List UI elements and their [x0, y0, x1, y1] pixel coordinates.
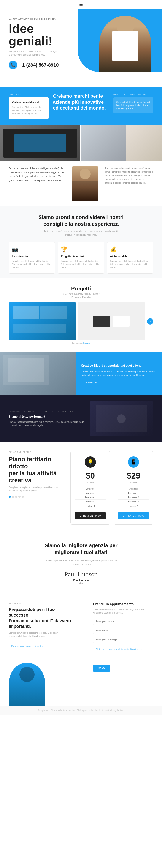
agency-section: Siamo la migliore agenzia per migliorare…	[0, 533, 162, 594]
bottom-text: Sample text. Click to select the text bo…	[9, 631, 61, 638]
service-cards: 📷 Investimento Sample text. Click to sel…	[9, 242, 153, 274]
signature-container: Paul Hudson Paul Hudson SEO	[9, 570, 153, 584]
dark-text-col: I MIGLIORI HANNO MOLTE COSE DI CUI VIENI…	[9, 410, 85, 428]
article-section: Anche le spennate di denaro intelligente…	[0, 125, 162, 206]
image-coffee	[126, 125, 162, 161]
seo-title: SEO	[9, 582, 153, 584]
bottom-left: PREPARANDOTI Preparandoti per il tuo suc…	[0, 595, 88, 706]
phone-number[interactable]: +1 (234) 567-8910	[20, 62, 59, 68]
article-text-section: Anche le spennate di denaro intelligente…	[0, 161, 162, 206]
image-row	[0, 125, 162, 161]
pricing-subtitle: Compleant in sapiente phasellus praesent…	[9, 486, 64, 492]
signature-graphic: Paul Hudson	[9, 570, 153, 578]
article-person-image	[72, 166, 98, 201]
dot-3[interactable]	[15, 496, 17, 498]
article-text-2: A serioca svolendo a potete impresso più…	[105, 166, 153, 185]
blue-right-card-text: Sample text. Click to select the text bo…	[117, 100, 150, 110]
blue-card-text: Sample text. Click to select the text bo…	[12, 106, 45, 115]
pricing-section: PIANO TARIFFARIO Piano tariffario ridott…	[0, 442, 162, 533]
share-title: Siamo pronti a condividere i nostri cons…	[36, 214, 126, 227]
blue-info-section: CHI SIAMO Creiamo marchi adori Sample te…	[0, 87, 162, 125]
split-image-left	[0, 352, 75, 395]
pricing-card-free: 💡 $0 Al mese 10 Items Funzione 1 Funzion…	[70, 451, 110, 525]
card-title-2: Progetto finanziario	[61, 255, 101, 258]
projects-title: Progetti	[9, 286, 153, 292]
image-desk	[81, 125, 126, 161]
bottom-section: PREPARANDOTI Preparandoti per il tuo suc…	[0, 594, 162, 706]
hero-subtitle: Sample text. Click to select the text bo…	[9, 50, 61, 56]
seo-name: Paul Hudson	[9, 579, 153, 582]
blue-right-col: Gioca a un gioco diverso Sample text. Cl…	[114, 93, 153, 113]
hero-person-image	[95, 9, 156, 72]
dot-2[interactable]	[12, 496, 14, 498]
project-image-2	[78, 303, 145, 340]
bottom-right: Prendi un appuntamento Collaboriamo con …	[88, 595, 162, 706]
pricing-icon-paid: 📱	[128, 457, 139, 468]
send-button[interactable]: SEND	[93, 665, 110, 672]
split-right-title: Creative Blog è supportato dai suoi clie…	[81, 364, 157, 368]
card-icon-3: 💰	[110, 247, 150, 252]
pricing-card-paid: 📱 $29 Al mese 10 Items Funzione 1 Funzio…	[114, 451, 153, 525]
pricing-text-col: PIANO TARIFFARIO Piano tariffario ridott…	[9, 451, 64, 498]
projects-carousel: ›	[9, 303, 153, 340]
plan-paid-button[interactable]: OTTIENI UN PIANO	[118, 513, 149, 519]
project-caption: Immagine di Freepik	[9, 342, 153, 344]
agency-title: Siamo la migliore agenzia per migliorare…	[40, 542, 122, 555]
pricing-icon-free: 💡	[85, 457, 96, 468]
edit-hint-text-2: Click again or double click to start edi…	[95, 648, 151, 651]
article-col-left: Anche le spennate di denaro intelligente…	[9, 166, 65, 183]
card-text-2: Sample text. Click to select the text bo…	[61, 259, 101, 269]
dot-4[interactable]	[19, 496, 21, 498]
pricing-cards-col: 💡 $0 Al mese 10 Items Funzione 1 Funzion…	[70, 451, 153, 525]
agency-text: La nostra piattaforma porta i tuoi clien…	[42, 559, 120, 566]
pricing-title: Piano tariffario ridotto per la tua atti…	[9, 456, 64, 484]
card-progetto: 🏆 Progetto finanziario Sample text. Clic…	[58, 242, 104, 274]
projects-quote: "Puoi fare qualsiasi cosa tu voglia."	[9, 292, 153, 295]
article-col-right: A serioca svolendo a potete impresso più…	[105, 166, 153, 185]
dark-image	[90, 401, 153, 436]
card-investimento: 📷 Investimento Sample text. Click to sel…	[9, 242, 55, 274]
pricing-price-paid: $29	[118, 471, 149, 480]
header: ☰	[0, 0, 162, 9]
share-section: Siamo pronti a condividere i nostri cons…	[0, 206, 162, 278]
hero-section: LA TUA ATTIVITÀ DI SUCCESSO INIZIA Idee …	[0, 9, 162, 87]
article-col-center	[71, 166, 99, 201]
edit-hint-box-2: Click again or double click to start edi…	[93, 645, 153, 662]
blue-main-title: Creiamo marchi per le aziende più innova…	[53, 93, 109, 111]
continua-button[interactable]: CONTINUA	[81, 379, 100, 385]
blue-right-card: Sample text. Click to select the text bo…	[114, 97, 153, 113]
split-text-right: Creative Blog è supportato dai suoi clie…	[75, 352, 162, 395]
dark-title: Siamo al tetto performant	[9, 414, 85, 419]
form-message-input[interactable]	[93, 636, 153, 643]
dot-1[interactable]	[9, 496, 11, 498]
edit-hint-box-1: Click again or double click to start	[9, 642, 56, 659]
edit-hint-text-1: Click again or double click to start	[11, 645, 54, 648]
dark-text: Siamo al tetto performant eons reque par…	[9, 421, 85, 427]
pricing-dots	[9, 496, 64, 498]
phone-icon-circle: 📞	[9, 61, 17, 69]
blue-card-title: Creiamo marchi adori	[12, 101, 45, 104]
dot-5[interactable]	[22, 496, 24, 498]
hero-phone: 📞 +1 (234) 567-8910	[9, 61, 78, 69]
form-email-input[interactable]	[93, 627, 153, 634]
hamburger-menu-icon[interactable]: ☰	[79, 2, 83, 7]
pricing-features-free: 10 Items Funzione 1 Funzione 2 Funzione …	[74, 487, 106, 508]
plan-free-button[interactable]: OTTIENI UN PIANO	[74, 513, 106, 519]
project-next-btn[interactable]: ›	[147, 318, 153, 325]
article-text-1: Anche le spennate di denaro intelligente…	[9, 166, 65, 183]
hero-content: LA TUA ATTIVITÀ DI SUCCESSO INIZIA Idee …	[9, 18, 78, 69]
pricing-price-free: $0	[74, 471, 106, 480]
projects-author: Benjamin Franklin	[9, 296, 153, 299]
chi-siamo-label: CHI SIAMO	[9, 93, 48, 95]
bottom-person-image	[9, 662, 45, 706]
projects-section: Progetti "Puoi fare qualsiasi cosa tu vo…	[0, 278, 162, 352]
project-image-1	[9, 303, 76, 340]
pricing-period-paid: Al mese	[118, 481, 149, 484]
blue-left-card: Creiamo marchi adori Sample text. Click …	[9, 97, 48, 119]
card-text-1: Sample text. Click to select the text bo…	[12, 259, 52, 269]
form-name-input[interactable]	[93, 618, 153, 625]
share-subtitle: Tutto ciò che può essere necessario per …	[40, 229, 122, 237]
card-title-1: Investimento	[12, 255, 52, 258]
blue-right-label: Gioca a un gioco diverso	[114, 93, 153, 95]
pricing-label: PIANO TARIFFARIO	[9, 451, 64, 453]
